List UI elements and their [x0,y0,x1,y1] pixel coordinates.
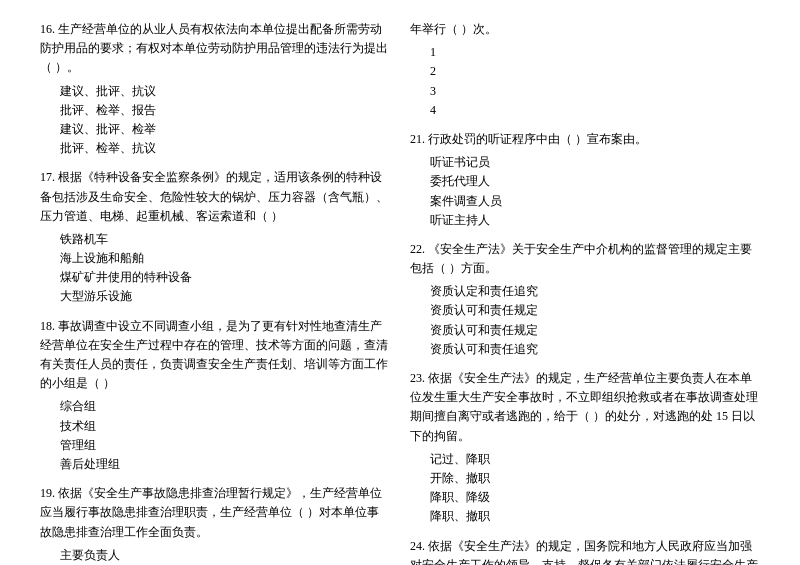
q18-optB: 技术组 [60,417,390,436]
q22-optD: 资质认可和责任追究 [430,340,760,359]
q16-optA: 建议、批评、抗议 [60,82,390,101]
q17-optA: 铁路机车 [60,230,390,249]
q18-text: 18. 事故调查中设立不同调查小组，是为了更有针对性地查清生产经营单位在安全生产… [40,317,390,394]
q23-optB: 开除、撤职 [430,469,760,488]
right-column: 年举行（ ）次。 1 2 3 4 21. 行政处罚的听证程序中由（ ）宣布案由。… [410,20,760,565]
q21-optA: 听证书记员 [430,153,760,172]
q16-optB: 批评、检举、报告 [60,101,390,120]
q16c-optB: 2 [430,62,760,81]
q18-optC: 管理组 [60,436,390,455]
q23-optD: 降职、撤职 [430,507,760,526]
q23-text: 23. 依据《安全生产法》的规定，生产经营单位主要负责人在本单位发生重大生产安全… [410,369,760,446]
question-17: 17. 根据《特种设备安全监察条例》的规定，适用该条例的特种设备包括涉及生命安全… [40,168,390,306]
question-16-cont: 年举行（ ）次。 1 2 3 4 [410,20,760,120]
q21-optD: 听证主持人 [430,211,760,230]
q21-text: 21. 行政处罚的听证程序中由（ ）宣布案由。 [410,130,760,149]
q16-optC: 建议、批评、检举 [60,120,390,139]
q17-optC: 煤矿矿井使用的特种设备 [60,268,390,287]
q23-optA: 记过、降职 [430,450,760,469]
q22-text: 22. 《安全生产法》关于安全生产中介机构的监督管理的规定主要包括（ ）方面。 [410,240,760,278]
q24-text: 24. 依据《安全生产法》的规定，国务院和地方人民政府应当加强对安全生产工作的领… [410,537,760,566]
q16-text: 16. 生产经营单位的从业人员有权依法向本单位提出配备所需劳动防护用品的要求；有… [40,20,390,78]
question-23: 23. 依据《安全生产法》的规定，生产经营单位主要负责人在本单位发生重大生产安全… [410,369,760,527]
q17-optD: 大型游乐设施 [60,287,390,306]
q16-optD: 批评、检举、抗议 [60,139,390,158]
q22-optA: 资质认定和责任追究 [430,282,760,301]
q18-optA: 综合组 [60,397,390,416]
q21-optB: 委托代理人 [430,172,760,191]
q22-optB: 资质认可和责任规定 [430,301,760,320]
question-16: 16. 生产经营单位的从业人员有权依法向本单位提出配备所需劳动防护用品的要求；有… [40,20,390,158]
q16c-optC: 3 [430,82,760,101]
q17-optB: 海上设施和船舶 [60,249,390,268]
q19-optA: 主要负责人 [60,546,390,565]
q16c-optD: 4 [430,101,760,120]
question-19: 19. 依据《安全生产事故隐患排查治理暂行规定》，生产经营单位应当履行事故隐患排… [40,484,390,565]
left-column: 16. 生产经营单位的从业人员有权依法向本单位提出配备所需劳动防护用品的要求；有… [40,20,390,565]
q22-optC: 资质认可和责任规定 [430,321,760,340]
question-22: 22. 《安全生产法》关于安全生产中介机构的监督管理的规定主要包括（ ）方面。 … [410,240,760,359]
q17-text: 17. 根据《特种设备安全监察条例》的规定，适用该条例的特种设备包括涉及生命安全… [40,168,390,226]
q16-cont-text: 年举行（ ）次。 [410,20,760,39]
q23-optC: 降职、降级 [430,488,760,507]
two-column-layout: 16. 生产经营单位的从业人员有权依法向本单位提出配备所需劳动防护用品的要求；有… [40,20,760,565]
q16c-optA: 1 [430,43,760,62]
question-24: 24. 依据《安全生产法》的规定，国务院和地方人民政府应当加强对安全生产工作的领… [410,537,760,566]
q21-optC: 案件调查人员 [430,192,760,211]
page-content: 16. 生产经营单位的从业人员有权依法向本单位提出配备所需劳动防护用品的要求；有… [40,20,760,565]
q18-optD: 善后处理组 [60,455,390,474]
q19-text: 19. 依据《安全生产事故隐患排查治理暂行规定》，生产经营单位应当履行事故隐患排… [40,484,390,542]
question-18: 18. 事故调查中设立不同调查小组，是为了更有针对性地查清生产经营单位在安全生产… [40,317,390,475]
question-21: 21. 行政处罚的听证程序中由（ ）宣布案由。 听证书记员 委托代理人 案件调查… [410,130,760,230]
